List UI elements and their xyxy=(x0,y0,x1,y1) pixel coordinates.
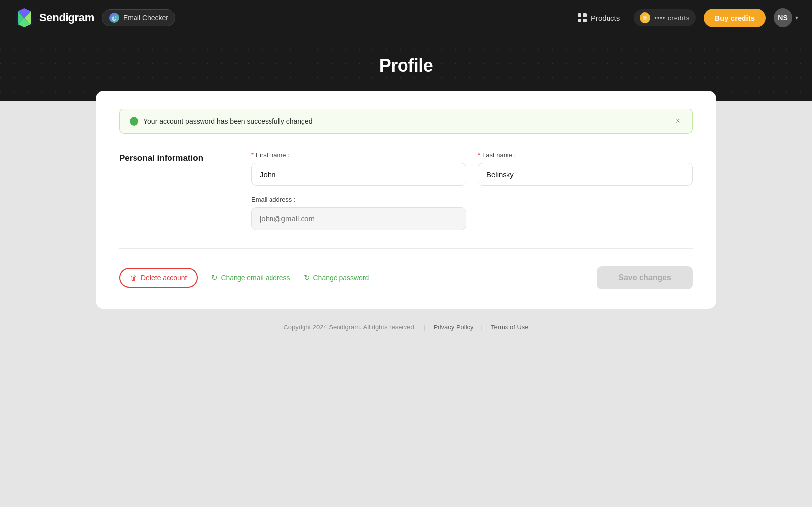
refresh-email-icon: ↻ xyxy=(211,273,218,282)
footer-sep-1: | xyxy=(424,324,425,331)
logo-area: Sendigram xyxy=(14,7,94,28)
grid-icon xyxy=(578,13,587,22)
logo-text: Sendigram xyxy=(39,11,94,24)
footer-actions: 🗑 Delete account ↻ Change email address … xyxy=(119,266,693,289)
last-name-label: * Last name : xyxy=(478,151,693,159)
success-message: Your account password has been successfu… xyxy=(143,117,312,125)
email-checker-icon: @ xyxy=(109,13,119,23)
change-email-button[interactable]: ↻ Change email address xyxy=(211,273,290,282)
copyright-text: Copyright 2024 Sendigram. All rights res… xyxy=(283,324,416,331)
change-email-label: Change email address xyxy=(221,274,290,282)
email-input xyxy=(251,207,466,230)
email-row: Email address : xyxy=(251,196,693,230)
email-label: Email address : xyxy=(251,196,466,203)
section-label: Personal information xyxy=(119,151,228,163)
email-spacer xyxy=(478,196,693,230)
email-checker-badge[interactable]: @ Email Checker xyxy=(102,9,175,26)
delete-account-label: Delete account xyxy=(141,274,187,282)
save-changes-button[interactable]: Save changes xyxy=(597,266,693,289)
refresh-password-icon: ↻ xyxy=(304,273,310,282)
footer-left: 🗑 Delete account ↻ Change email address … xyxy=(119,268,369,288)
footer-sep-2: | xyxy=(481,324,483,331)
page-footer: Copyright 2024 Sendigram. All rights res… xyxy=(283,309,528,341)
email-checker-label: Email Checker xyxy=(123,14,168,22)
buy-credits-button[interactable]: Buy credits xyxy=(704,9,766,27)
main-content: Your account password has been successfu… xyxy=(0,101,812,507)
avatar: NS xyxy=(774,8,792,27)
credits-area: •••• credits xyxy=(634,9,696,26)
credits-display: •••• credits xyxy=(654,14,690,22)
success-banner: Your account password has been successfu… xyxy=(119,109,693,134)
page-title: Profile xyxy=(0,55,812,76)
credits-coin-icon xyxy=(640,12,650,23)
navbar: Sendigram @ Email Checker Products •••• … xyxy=(0,0,812,36)
products-button[interactable]: Products xyxy=(572,9,626,26)
avatar-area[interactable]: NS ▾ xyxy=(774,8,798,27)
change-password-button[interactable]: ↻ Change password xyxy=(304,273,369,282)
success-icon xyxy=(130,117,138,126)
personal-info-section: Personal information * First name : * La… xyxy=(119,151,693,230)
delete-account-button[interactable]: 🗑 Delete account xyxy=(119,268,198,288)
last-name-input[interactable] xyxy=(478,163,693,186)
change-password-label: Change password xyxy=(313,274,369,282)
success-banner-left: Your account password has been successfu… xyxy=(130,117,312,126)
last-name-group: * Last name : xyxy=(478,151,693,186)
privacy-policy-link[interactable]: Privacy Policy xyxy=(434,324,474,331)
divider xyxy=(119,248,693,249)
form-fields: * First name : * Last name : xyxy=(251,151,693,230)
close-banner-button[interactable]: × xyxy=(673,116,682,126)
terms-link[interactable]: Terms of Use xyxy=(491,324,529,331)
first-name-label: * First name : xyxy=(251,151,466,159)
logo-icon xyxy=(14,7,34,28)
trash-icon: 🗑 xyxy=(130,274,137,282)
chevron-down-icon: ▾ xyxy=(795,14,798,21)
first-name-required-star: * xyxy=(251,151,254,159)
first-name-group: * First name : xyxy=(251,151,466,186)
email-group: Email address : xyxy=(251,196,466,230)
last-name-required-star: * xyxy=(478,151,480,159)
products-label: Products xyxy=(591,14,620,22)
first-name-input[interactable] xyxy=(251,163,466,186)
name-row: * First name : * Last name : xyxy=(251,151,693,186)
profile-card: Your account password has been successfu… xyxy=(96,91,716,309)
